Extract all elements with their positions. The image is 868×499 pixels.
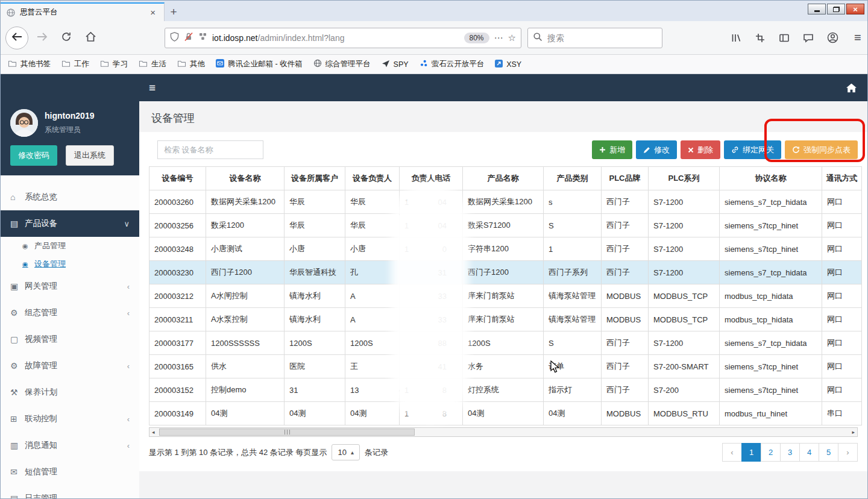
column-header[interactable]: 协议名称 [720, 167, 822, 190]
table-row[interactable]: 200003260数据网关采集1200华辰华辰104数据网关采集1200s西门子… [149, 190, 862, 214]
insecure-lock-icon[interactable] [184, 32, 193, 44]
sidebar-item-gateway-manage[interactable]: ▣网关管理‹ [1, 273, 139, 300]
table-row[interactable]: 200003256数采1200华辰华辰104数采S71200S西门子S7-120… [149, 214, 862, 237]
bookmark-item[interactable]: 其他书签 [8, 59, 51, 70]
scroll-left-icon[interactable]: ◂ [152, 429, 155, 435]
bind-gateway-button[interactable]: 绑定网关 [724, 140, 781, 159]
bookmark-star-icon[interactable]: ☆ [508, 33, 516, 43]
table-row[interactable]: 20000314904测04测04测1804测04测MODBUSMODBUS_R… [149, 402, 862, 425]
pagination-page-3[interactable]: 3 [780, 443, 800, 462]
column-header[interactable]: 产品类别 [544, 167, 602, 190]
table-row[interactable]: 2000031771200SSSSSS1200S1200S881200SS西门子… [149, 331, 862, 355]
bookmark-item[interactable]: 腾讯企业邮箱 - 收件箱 [216, 59, 303, 70]
pagination-page-2[interactable]: 2 [761, 443, 781, 462]
change-password-button[interactable]: 修改密码 [10, 145, 57, 166]
table-body: 200003260数据网关采集1200华辰华辰104数据网关采集1200s西门子… [149, 190, 862, 425]
library-icon[interactable] [730, 32, 742, 44]
account-icon[interactable] [826, 32, 838, 44]
url-text[interactable]: iot.idosp.net/admin/index.html?lang [212, 33, 459, 43]
column-header[interactable]: 设备负责人 [345, 167, 400, 190]
sidebar-toggle-icon[interactable]: ≡ [149, 81, 156, 95]
app-home-icon[interactable] [846, 83, 857, 92]
sidebar-item-product-device[interactable]: ▤产品设备∨ [1, 210, 139, 237]
browser-search[interactable] [527, 28, 662, 48]
shield-icon[interactable] [170, 32, 179, 44]
table-cell: 西门子系列 [544, 261, 602, 284]
column-header[interactable]: PLC系列 [649, 167, 720, 190]
sidebar-item-maintain-plan[interactable]: ⚒保养计划 [1, 379, 139, 406]
sidebar-item-product-manage[interactable]: ◉产品管理 [1, 237, 139, 255]
column-header[interactable]: 设备所属客户 [285, 167, 345, 190]
pagination-next[interactable]: › [838, 443, 858, 462]
tab-close-icon[interactable]: × [148, 7, 158, 17]
column-header[interactable]: 负责人电话 [400, 167, 463, 190]
new-tab-button[interactable]: + [165, 2, 183, 21]
scroll-right-icon[interactable]: ▸ [852, 429, 855, 435]
page-actions-icon[interactable]: ⋯ [494, 33, 503, 43]
browser-tab[interactable]: 思普云平台 × [1, 2, 165, 21]
bookmark-item[interactable]: 萤石云开放平台 [420, 59, 485, 70]
window-restore-button[interactable] [827, 4, 845, 14]
pagination-page-5[interactable]: 5 [819, 443, 838, 462]
page-size-select[interactable]: 10 ▴ [332, 444, 360, 460]
table-row[interactable]: 200003212A水闸控制镇海水利A33庠来门前泵站镇海泵站管理MODBUSM… [149, 284, 862, 308]
pagination-prev[interactable]: ‹ [722, 443, 742, 462]
sidebar-item-log-manage[interactable]: ▤日志管理 [1, 485, 139, 499]
add-button[interactable]: 新增 [592, 140, 632, 159]
sidebar-item-sms-manage[interactable]: ✉短信管理 [1, 459, 139, 485]
sidebar-item-message-notice[interactable]: ▥消息通知‹ [1, 432, 139, 459]
messages-icon[interactable] [802, 32, 814, 44]
sidebar-item-scada-manage[interactable]: ⚙组态管理‹ [1, 300, 139, 326]
horizontal-scrollbar[interactable]: ◂ ▸ [149, 427, 858, 437]
avatar[interactable] [10, 109, 38, 137]
column-header[interactable]: 设备名称 [206, 167, 285, 190]
url-bar[interactable]: iot.idosp.net/admin/index.html?lang 80% … [165, 28, 521, 48]
table-row[interactable]: 200003211A水泵控制镇海水利A33庠来门前泵站镇海泵站管理MODBUSM… [149, 308, 862, 331]
bookmark-item[interactable]: 生活 [139, 59, 166, 70]
back-button[interactable] [5, 27, 28, 49]
browser-search-input[interactable] [547, 33, 657, 43]
forward-button[interactable] [32, 28, 52, 48]
force-sync-button[interactable]: 强制同步点表 [785, 140, 858, 159]
home-button[interactable] [80, 28, 101, 48]
edit-button[interactable]: 修改 [636, 140, 677, 159]
table-cell: 数据网关采集1200 [463, 190, 544, 214]
window-minimize-button[interactable] [808, 4, 826, 14]
bookmark-item[interactable]: SPY [382, 59, 409, 70]
bookmark-item[interactable]: XSY [495, 59, 521, 70]
table-row[interactable]: 200003152控制demo311318灯控系统指示灯西门子S7-200sie… [149, 378, 862, 402]
sidebars-icon[interactable] [778, 32, 790, 44]
logout-button[interactable]: 退出系统 [66, 145, 114, 166]
column-header[interactable]: 设备编号 [149, 167, 206, 190]
menu-hamburger-icon[interactable]: ≡ [854, 31, 861, 45]
delete-button[interactable]: 删除 [681, 140, 720, 159]
table-row[interactable]: 200003230西门子1200华辰智通科技孔31西门子1200西门子系列西门子… [149, 261, 862, 284]
column-header[interactable]: 产品名称 [463, 167, 544, 190]
table-cell: 数采1200 [206, 214, 285, 237]
bookmark-item[interactable]: 学习 [100, 59, 128, 70]
reload-button[interactable] [56, 28, 77, 48]
sidebar-item-linkage-control[interactable]: ⊞联动控制‹ [1, 406, 139, 432]
bookmark-item[interactable]: 工作 [61, 59, 89, 70]
table-row[interactable]: 200003165供水医院王41水务订单西门子S7-200-SMARTsieme… [149, 355, 862, 378]
table-row[interactable]: 200003248小唐测试小唐小唐10字符串12001西门子S7-1200sie… [149, 237, 862, 261]
sidebar-item-overview[interactable]: ⌂系统总览 [1, 184, 139, 210]
bookmark-item[interactable]: 其他 [177, 59, 205, 70]
scrollbar-thumb[interactable] [159, 428, 415, 436]
screenshot-icon[interactable] [754, 32, 766, 44]
sidebar-item-video-manage[interactable]: ▢视频管理 [1, 326, 139, 353]
bookmark-item[interactable]: 综合管理平台 [313, 59, 371, 70]
sidebar-item-device-manage[interactable]: ◉设备管理 [1, 255, 139, 273]
permissions-icon[interactable] [198, 32, 207, 43]
window-close-button[interactable]: × [846, 4, 864, 14]
zoom-indicator[interactable]: 80% [464, 33, 489, 43]
device-search-input[interactable] [157, 140, 263, 159]
table-cell: 04测 [463, 402, 544, 425]
sidebar-item-fault-manage[interactable]: ⚙故障管理‹ [1, 353, 139, 379]
pagination-page-1[interactable]: 1 [741, 443, 761, 462]
pagination-page-4[interactable]: 4 [799, 443, 819, 462]
column-header[interactable]: 通讯方式 [822, 167, 862, 190]
folder-icon [100, 59, 109, 70]
restore-icon [833, 7, 840, 12]
column-header[interactable]: PLC品牌 [602, 167, 649, 190]
